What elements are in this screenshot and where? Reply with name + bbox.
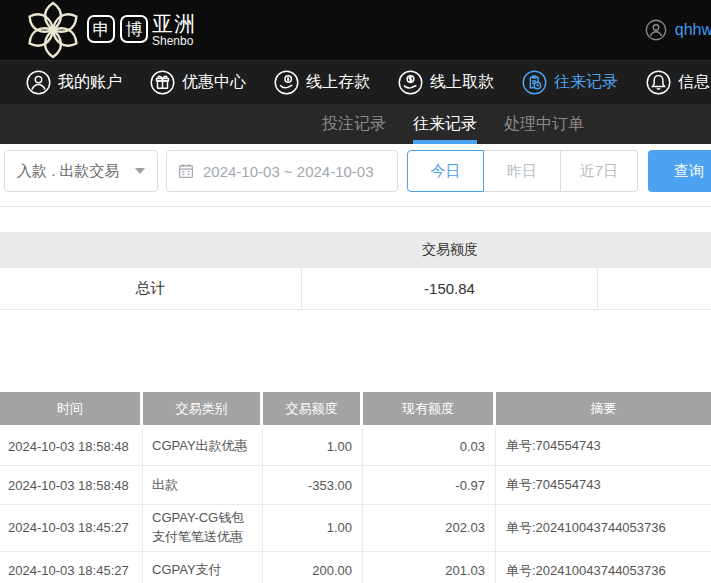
cell-balance: 0.03 [363,427,496,465]
logo-romanized-text: Shenbo [152,35,196,48]
nav-label: 我的账户 [58,72,122,93]
yesterday-button[interactable]: 昨日 [484,150,561,192]
transaction-records-page: 申 博 亚洲 Shenbo qhhw 我的账户 [0,0,711,583]
cell-type: CGPAY支付 [143,552,263,583]
main-nav: 我的账户 优惠中心 线上存款 [0,60,711,104]
column-header-type: 交易类别 [143,392,263,425]
cell-time: 2024-10-03 18:58:48 [0,466,143,504]
nav-label: 优惠中心 [182,72,246,93]
nav-item-online-deposit[interactable]: 线上存款 [274,70,370,95]
cell-type: CGPAY出款优惠 [143,427,263,465]
summary-total-row: 总计 -150.84 [0,268,711,310]
records-tabs: 投注记录 往来记录 处理中订单 [322,104,584,144]
cell-note: 单号:704554743 [496,466,711,504]
cell-balance: -0.97 [363,466,496,504]
tab-processing-orders[interactable]: 处理中订单 [504,104,584,144]
table-body: 2024-10-03 18:58:48 CGPAY出款优惠 1.00 0.03 … [0,425,711,583]
nav-item-messages[interactable]: 信息 [646,70,710,95]
cell-note: 单号:202410043744053736 [496,552,711,583]
tab-transaction-records[interactable]: 往来记录 [413,104,477,144]
logo-wordmark: 亚洲 Shenbo [152,12,196,48]
date-range-input[interactable]: 2024-10-03 ~ 2024-10-03 [166,150,398,192]
nav-label: 线上存款 [306,72,370,93]
transaction-type-select[interactable]: 入款 . 出款交易 [4,150,158,192]
username-text[interactable]: qhhw [675,21,711,39]
cell-amount: 200.00 [263,552,363,583]
filter-bar: 入款 . 出款交易 2024-10-03 ~ 2024-10-03 今日 昨日 … [0,144,711,207]
column-header-note: 摘要 [496,392,711,425]
last7days-button[interactable]: 近7日 [561,150,638,192]
calendar-icon [177,162,195,180]
quick-date-button-group: 今日 昨日 近7日 [407,150,638,192]
brand-header: 申 博 亚洲 Shenbo qhhw [0,0,711,60]
nav-label: 信息 [678,72,710,93]
summary-table: 交易额度 总计 -150.84 [0,232,711,310]
summary-total-value: -150.84 [302,268,598,309]
nav-item-online-withdrawal[interactable]: 线上取款 [398,70,494,95]
cell-balance: 201.03 [363,552,496,583]
table-header-row: 时间 交易类别 交易额度 现有额度 摘要 [0,392,711,425]
transaction-type-value: 入款 . 出款交易 [17,162,120,181]
logo-region-text: 亚洲 [152,12,196,35]
tab-betting-records[interactable]: 投注记录 [322,104,386,144]
cell-note: 单号:202410043744053736 [496,505,711,551]
today-button[interactable]: 今日 [407,150,484,192]
nav-item-my-account[interactable]: 我的账户 [26,70,122,95]
summary-header-amount: 交易额度 [302,232,598,268]
withdrawal-icon [398,70,423,95]
cell-amount: -353.00 [263,466,363,504]
cell-balance: 202.03 [363,505,496,551]
logo-characters: 申 博 [87,15,148,43]
table-row: 2024-10-03 18:45:27 CGPAY支付 200.00 201.0… [0,552,711,583]
summary-total-spacer [598,268,711,309]
account-icon [26,70,51,95]
user-avatar-icon [645,19,667,41]
records-tabbar: 投注记录 往来记录 处理中订单 [0,104,711,144]
column-header-amount: 交易额度 [263,392,363,425]
nav-item-transaction-records[interactable]: 往来记录 [522,70,618,95]
date-range-value: 2024-10-03 ~ 2024-10-03 [203,163,374,180]
promotions-icon [150,70,175,95]
transactions-table: 时间 交易类别 交易额度 现有额度 摘要 2024-10-03 18:58:48… [0,392,711,583]
messages-icon [646,70,671,95]
table-row: 2024-10-03 18:45:27 CGPAY-CG钱包支付笔笔送优惠 1.… [0,505,711,552]
cell-type: 出款 [143,466,263,504]
deposit-icon [274,70,299,95]
cell-type: CGPAY-CG钱包支付笔笔送优惠 [143,505,263,551]
cell-amount: 1.00 [263,505,363,551]
shenbo-flower-logo-icon [24,1,82,59]
table-row: 2024-10-03 18:58:48 出款 -353.00 -0.97 单号:… [0,466,711,505]
records-icon [522,70,547,95]
logo-char-bo: 博 [120,15,148,43]
column-header-time: 时间 [0,392,143,425]
nav-label: 线上取款 [430,72,494,93]
nav-item-promotions[interactable]: 优惠中心 [150,70,246,95]
user-account-area[interactable]: qhhw [645,0,711,60]
summary-header-spacer [598,232,711,268]
cell-time: 2024-10-03 18:45:27 [0,505,143,551]
chevron-down-icon [135,168,145,174]
query-button[interactable]: 查询 [648,150,711,192]
nav-label: 往来记录 [554,72,618,93]
summary-total-label: 总计 [0,268,302,309]
summary-header-row: 交易额度 [0,232,711,268]
logo-char-shen: 申 [87,15,115,43]
cell-amount: 1.00 [263,427,363,465]
column-header-balance: 现有额度 [363,392,496,425]
summary-header-spacer [0,232,302,268]
table-row: 2024-10-03 18:58:48 CGPAY出款优惠 1.00 0.03 … [0,427,711,466]
cell-time: 2024-10-03 18:45:27 [0,552,143,583]
cell-time: 2024-10-03 18:58:48 [0,427,143,465]
cell-note: 单号:704554743 [496,427,711,465]
